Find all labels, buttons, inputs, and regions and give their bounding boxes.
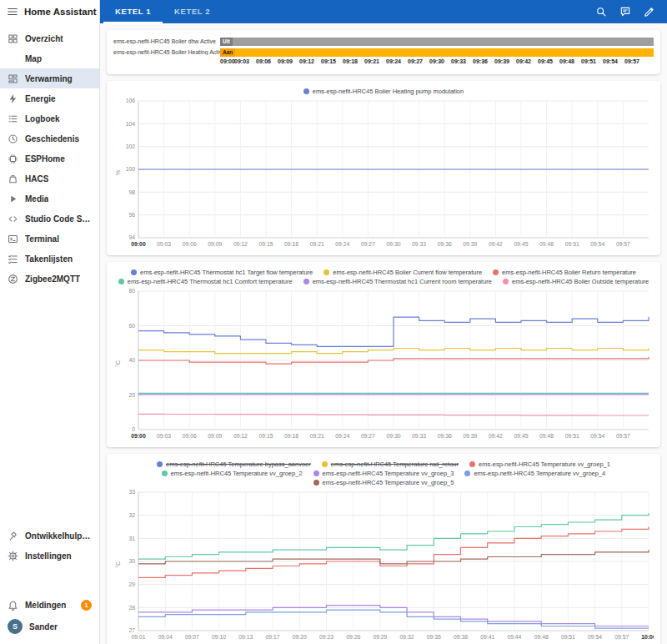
legend-item-ems-esp-nefit-hrc45-thermostat-hc1-target-flow-temperature[interactable]: ems-esp-nefit-HRC45 Thermostat hc1 Targe…	[131, 269, 313, 276]
time-tick: 09:33	[451, 58, 466, 64]
svg-text:31: 31	[128, 536, 135, 541]
gear-icon	[8, 551, 18, 561]
svg-text:29: 29	[128, 581, 135, 587]
legend-item-ems-esp-nefit-hrc45-boiler-current-flow-temperature[interactable]: ems-esp-nefit-HRC45 Boiler Current flow …	[323, 269, 482, 276]
search-icon[interactable]	[595, 6, 607, 18]
chart-plot[interactable]: 2728293031323309:0109:0409:0709:1009:130…	[113, 488, 654, 641]
tab-ketel-2[interactable]: KETEL 2	[163, 0, 222, 23]
legend-item-ems-esp-nefit-hrc45-temperature-vv-groep-5[interactable]: ems-esp-nefit-HRC45 Temperature vv_groep…	[313, 479, 454, 486]
floor-group-temperatures-chart-card: ems-esp-nefit-HRC45 Temperature bypass_a…	[107, 454, 660, 644]
time-tick: 09:57	[624, 58, 639, 64]
menu-icon[interactable]	[7, 6, 18, 18]
svg-text:%: %	[115, 170, 121, 175]
sidebar-item-label: Terminal	[25, 234, 59, 244]
timeline-bar[interactable]: Uit	[220, 38, 654, 46]
time-tick: 09:15	[321, 58, 336, 64]
sidebar-item-verwarming[interactable]: Verwarming	[0, 68, 99, 88]
bag-icon	[8, 174, 18, 184]
legend-item-ems-esp-nefit-hrc45-temperature-vv-groep-3[interactable]: ems-esp-nefit-HRC45 Temperature vv_groep…	[313, 470, 454, 477]
svg-text:09:26: 09:26	[346, 634, 360, 640]
legend-item-ems-esp-nefit-hrc45-thermostat-hc1-comfort-temperature[interactable]: ems-esp-nefit-HRC45 Thermostat hc1 Comfo…	[118, 278, 293, 285]
svg-text:09:06: 09:06	[183, 433, 197, 439]
legend-label: ems-esp-nefit-HRC45 Temperature rad_reto…	[331, 460, 459, 468]
sidebar-item-geschiedenis[interactable]: Geschiedenis	[0, 128, 99, 148]
svg-text:09:38: 09:38	[454, 634, 468, 640]
svg-text:°C: °C	[115, 360, 121, 367]
svg-text:96: 96	[128, 212, 135, 218]
time-tick: 09:54	[603, 58, 618, 64]
svg-text:09:23: 09:23	[319, 634, 334, 640]
svg-text:09:33: 09:33	[412, 241, 426, 247]
svg-text:09:36: 09:36	[438, 433, 452, 439]
legend-item-ems-esp-nefit-hrc45-thermostat-hc1-current-room-temperature[interactable]: ems-esp-nefit-HRC45 Thermostat hc1 Curre…	[303, 278, 492, 285]
clock-icon	[8, 133, 18, 144]
sidebar-item-label: Energie	[25, 94, 56, 103]
sidebar-item-takenlijsten[interactable]: Takenlijsten	[0, 249, 99, 269]
sidebar-item-user[interactable]: SSander	[0, 616, 99, 637]
sidebar-item-meldingen[interactable]: Meldingen1	[0, 594, 99, 616]
sidebar-item-ontwikkelhulpmiddelen[interactable]: Ontwikkelhulpmiddelen	[0, 526, 99, 546]
sidebar-item-map[interactable]: Map	[0, 48, 99, 68]
sidebar-footer: OntwikkelhulpmiddelenInstellingenMelding…	[0, 526, 99, 644]
time-tick: 09:12	[299, 58, 314, 64]
main-area: KETEL 1KETEL 2 ems-esp-nefit-HRC45 Boile…	[100, 0, 667, 644]
sidebar-item-zigbee2mqtt[interactable]: Zigbee2MQTT	[0, 269, 99, 289]
legend-dot-icon	[157, 461, 163, 467]
svg-text:27: 27	[128, 627, 135, 633]
svg-text:0: 0	[132, 426, 135, 432]
legend-dot-icon	[322, 461, 328, 467]
svg-text:09:15: 09:15	[258, 433, 273, 439]
legend-item-ems-esp-nefit-hrc45-boiler-return-temperature[interactable]: ems-esp-nefit-HRC45 Boiler Return temper…	[493, 269, 636, 276]
sidebar-item-energie[interactable]: Energie	[0, 88, 99, 108]
time-tick: 09:06	[256, 58, 271, 64]
legend-item-ems-esp-nefit-hrc45-temperature-vv-groep-2[interactable]: ems-esp-nefit-HRC45 Temperature vv_groep…	[162, 470, 303, 477]
chart-legend: ems-esp-nefit-HRC45 Boiler Heating pump …	[113, 88, 654, 95]
chart-plot[interactable]: 94969810010210410609:0009:0309:0609:0909…	[113, 97, 654, 249]
sidebar-item-label: Meldingen	[25, 601, 66, 610]
sidebar-menu: OverzichtMapVerwarmingEnergieLogboekGesc…	[0, 23, 99, 289]
sidebar-item-media[interactable]: Media	[0, 189, 99, 209]
legend-item-ems-esp-nefit-hrc45-temperature-vv-groep-4[interactable]: ems-esp-nefit-HRC45 Temperature vv_groep…	[464, 470, 605, 477]
svg-text:09:30: 09:30	[386, 433, 400, 439]
bell-icon	[8, 600, 18, 611]
chart-plot[interactable]: 02040608009:0009:0309:0609:0909:1209:150…	[113, 287, 654, 440]
terminal-icon	[8, 234, 18, 244]
svg-text:09:41: 09:41	[480, 634, 494, 640]
binary-sensor-timeline-card: ems-esp-nefit-HRC45 Boiler dhw ActiveUit…	[107, 30, 660, 74]
timeline-bar[interactable]: Aan	[220, 48, 654, 57]
sidebar-item-esphome[interactable]: ESPHome	[0, 148, 99, 169]
sidebar-item-label: Map	[25, 54, 42, 63]
dashboard-content: ems-esp-nefit-HRC45 Boiler dhw ActiveUit…	[100, 23, 667, 644]
sidebar-item-hacs[interactable]: HACS	[0, 169, 99, 189]
pencil-icon[interactable]	[644, 6, 655, 18]
svg-text:09:03: 09:03	[157, 241, 171, 247]
timeline-row: ems-esp-nefit-HRC45 Boiler Heating Activ…	[113, 48, 654, 57]
svg-text:°C: °C	[115, 561, 121, 568]
sidebar-item-label: Takenlijsten	[25, 254, 73, 264]
tab-ketel-1[interactable]: KETEL 1	[103, 0, 163, 23]
sidebar-item-overzicht[interactable]: Overzicht	[0, 28, 99, 48]
svg-text:09:48: 09:48	[534, 634, 549, 640]
svg-text:09:06: 09:06	[183, 241, 197, 247]
boiler-temperatures-chart-card: ems-esp-nefit-HRC45 Thermostat hc1 Targe…	[107, 262, 660, 447]
user-name: Sander	[29, 622, 58, 631]
legend-item-ems-esp-nefit-hrc45-temperature-bypass-aanvoer[interactable]: ems-esp-nefit-HRC45 Temperature bypass_a…	[157, 460, 311, 468]
sidebar-item-instellingen[interactable]: Instellingen	[0, 546, 99, 566]
svg-text:09:51: 09:51	[561, 634, 575, 640]
legend-item-ems-esp-nefit-hrc45-temperature-rad-retour[interactable]: ems-esp-nefit-HRC45 Temperature rad_reto…	[322, 460, 459, 468]
legend-item-ems-esp-nefit-hrc45-boiler-heating-pump-modulation[interactable]: ems-esp-nefit-HRC45 Boiler Heating pump …	[303, 88, 464, 95]
dashboard-icon	[8, 33, 18, 44]
legend-item-ems-esp-nefit-hrc45-boiler-outside-temperature[interactable]: ems-esp-nefit-HRC45 Boiler Outside tempe…	[503, 278, 649, 285]
chat-icon[interactable]	[619, 6, 631, 18]
sidebar-item-studio-code-server[interactable]: Studio Code Server	[0, 209, 99, 229]
legend-label: ems-esp-nefit-HRC45 Boiler Outside tempe…	[512, 278, 649, 285]
legend-item-ems-esp-nefit-hrc45-temperature-vv-groep-1[interactable]: ems-esp-nefit-HRC45 Temperature vv_groep…	[469, 460, 610, 468]
sidebar: Home Assistant OverzichtMapVerwarmingEne…	[0, 0, 100, 644]
sidebar-item-logboek[interactable]: Logboek	[0, 108, 99, 128]
sidebar-item-terminal[interactable]: Terminal	[0, 229, 99, 249]
legend-dot-icon	[303, 279, 309, 284]
legend-dot-icon	[493, 269, 499, 275]
legend-label: ems-esp-nefit-HRC45 Temperature vv_groep…	[474, 470, 605, 477]
legend-label: ems-esp-nefit-HRC45 Temperature vv_groep…	[323, 479, 454, 486]
notification-badge: 1	[81, 600, 92, 611]
